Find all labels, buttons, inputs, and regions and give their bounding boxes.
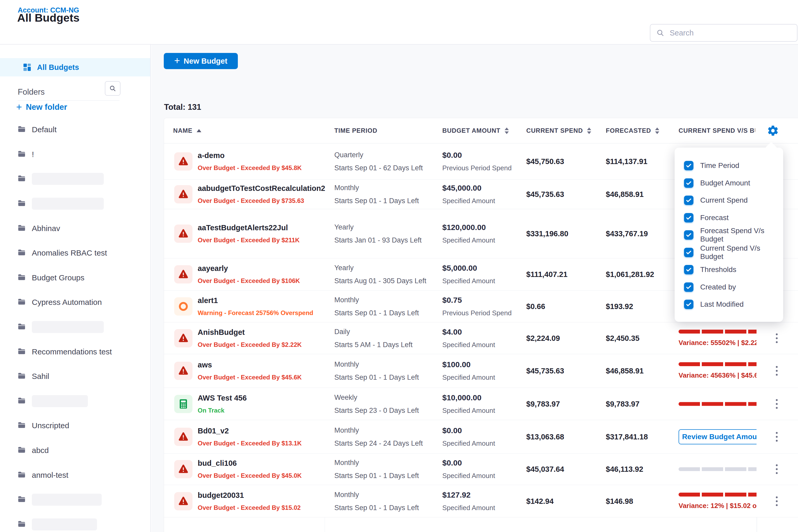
budget-status: On Track [198,407,247,414]
table-row-aws-test-456[interactable]: AWS Test 456On TrackWeeklyStarts Sep 23 … [164,388,798,420]
folder-item-redacted[interactable] [18,191,150,216]
alert-triangle-icon [174,428,192,446]
budget-status: Warning - Forecast 25756% Overspend [198,309,313,317]
checkbox-checked-icon[interactable] [684,213,694,223]
budget-amount-note: Specified Amount [442,406,495,415]
forecasted-value: $114,137.91 [606,157,648,166]
folder-item-redacted[interactable] [18,389,150,414]
checkbox-checked-icon[interactable] [684,282,694,292]
current-spend-value: $142.94 [526,497,554,506]
forecasted-value: $46,858.91 [606,367,644,375]
column-menu-item-budget-amount[interactable]: Budget Amount [684,174,783,192]
column-menu-item-current-spend[interactable]: Current Spend [684,192,783,209]
time-period: Monthly [334,426,423,434]
column-header-name[interactable]: NAME [173,118,201,143]
budget-amount-note: Specified Amount [442,341,495,349]
checkbox-checked-icon[interactable] [684,230,694,240]
column-header-forecasted[interactable]: FORECASTED [606,118,659,143]
folder-item-recommendations-test[interactable]: Recommendations test [18,339,150,364]
review-budget-amount-button[interactable]: Review Budget Amount [679,429,757,444]
budget-name: aaTestBudgetAlerts22Jul [198,224,300,232]
column-header-current-spend[interactable]: CURRENT SPEND [526,118,591,143]
checkbox-checked-icon[interactable] [684,300,694,309]
redacted-folder-label [32,494,102,506]
row-menu-kebab-icon[interactable] [774,430,780,443]
folder-item-budget-groups[interactable]: Budget Groups [18,265,150,290]
budget-amount-note: Previous Period Spend [442,164,512,172]
redacted-folder-label [32,198,104,210]
column-menu-item-forecast[interactable]: Forecast [684,209,783,227]
column-menu-item-last-modified[interactable]: Last Modified [684,296,783,313]
sidebar-item-label: All Budgets [37,63,79,72]
current-spend-value: $45,750.63 [526,157,564,166]
folder-search-button[interactable] [105,81,120,96]
checkbox-checked-icon[interactable] [684,248,694,257]
column-header-budget-amount[interactable]: BUDGET AMOUNT [442,118,509,143]
table-row-bud-cli106[interactable]: bud_cli106Over Budget - Exceeded By $45.… [164,454,798,485]
row-menu-kebab-icon[interactable] [774,495,780,508]
time-period: Monthly [334,360,419,368]
time-period: Monthly [334,296,419,304]
column-menu-item-thresholds[interactable]: Thresholds [684,261,783,279]
budget-amount-value: $0.00 [442,458,495,467]
column-settings-gear-button[interactable] [765,125,778,137]
sidebar-item-all-budgets[interactable]: All Budgets [0,58,150,76]
column-menu-item-created-by[interactable]: Created by [684,279,783,296]
spend-vs-budget-cell: Variance: 55502% | $2.22K over [679,330,757,347]
time-period-cell: YearlyStarts Aug 01 - 305 Days Left [334,264,426,285]
column-menu-item-current-spend-v-s-budget[interactable]: Current Spend V/s Budget [684,244,783,261]
row-menu-kebab-icon[interactable] [774,332,780,344]
checkbox-checked-icon[interactable] [684,195,694,205]
sort-icon [505,128,509,134]
budget-amount-value: $0.75 [442,296,512,305]
time-period-detail: Starts Sep 01 - 1 Days Left [334,374,419,382]
folder-item-abcd[interactable]: abcd [18,438,150,463]
alert-triangle-icon [174,185,192,204]
folder-item-redacted[interactable] [18,315,150,340]
budget-amount-value: $120,000.00 [442,223,495,232]
folder-item-abhinav[interactable]: Abhinav [18,216,150,241]
folder-label: Unscripted [32,421,69,430]
budget-name-cell: AnishBudgetOver Budget - Exceeded By $2.… [198,328,302,348]
time-period-detail: Starts Sep 01 - 1 Days Left [334,472,419,480]
budget-name: budget20031 [198,491,301,500]
folder-item-default[interactable]: Default [18,117,150,142]
time-period-cell: WeeklyStarts Sep 23 - 0 Days Left [334,393,419,414]
folder-item-cypress-automation[interactable]: Cypress Automation [18,290,150,315]
row-menu-kebab-icon[interactable] [774,365,780,377]
folder-item-redacted[interactable] [18,512,150,532]
folder-icon [18,225,25,232]
column-menu-item-forecast-spend-v-s-budget[interactable]: Forecast Spend V/s Budget [684,226,783,244]
new-folder-button[interactable]: + New folder [16,102,67,112]
budget-amount-note: Specified Amount [442,236,495,244]
folder-item-sahil[interactable]: Sahil [18,364,150,389]
budget-amount-cell: $100.00Specified Amount [442,360,495,382]
row-menu-kebab-icon[interactable] [774,463,780,476]
spend-vs-budget-bar [679,467,757,471]
folder-label: Anomalies RBAC test [32,249,107,258]
folder-icon [18,323,25,331]
folder-icon [18,471,25,479]
table-row-budget20031[interactable]: budget20031Over Budget - Exceeded By $15… [164,485,798,517]
folder-item-redacted[interactable] [18,488,150,512]
budget-amount-cell: $0.00Previous Period Spend [442,151,512,172]
checkbox-checked-icon[interactable] [684,265,694,274]
folder-item-anomalies-rbac-test[interactable]: Anomalies RBAC test [18,241,150,265]
folder-item-unscripted[interactable]: Unscripted [18,413,150,438]
checkbox-checked-icon[interactable] [684,178,694,188]
folder-item-redacted[interactable] [18,167,150,191]
table-row-anishbudget[interactable]: AnishBudgetOver Budget - Exceeded By $2.… [164,322,798,354]
column-menu-item-time-period[interactable]: Time Period [684,157,783,174]
table-row-bd01-v2[interactable]: Bd01_v2Over Budget - Exceeded By $13.1KM… [164,420,798,454]
row-menu-kebab-icon[interactable] [774,397,780,410]
table-row-aws[interactable]: awsOver Budget - Exceeded By $45.6KMonth… [164,354,798,388]
time-period-cell: DailyStarts 5 AM - 1 Days Left [334,327,413,349]
spend-vs-budget-bar [679,402,757,406]
alert-triangle-icon [174,225,192,243]
new-budget-button[interactable]: + New Budget [164,53,238,69]
folder-item-[interactable]: ! [18,142,150,167]
folder-item-anmol-test[interactable]: anmol-test [18,463,150,488]
search-icon [656,29,664,37]
search-input[interactable] [669,28,791,38]
checkbox-checked-icon[interactable] [684,161,694,170]
